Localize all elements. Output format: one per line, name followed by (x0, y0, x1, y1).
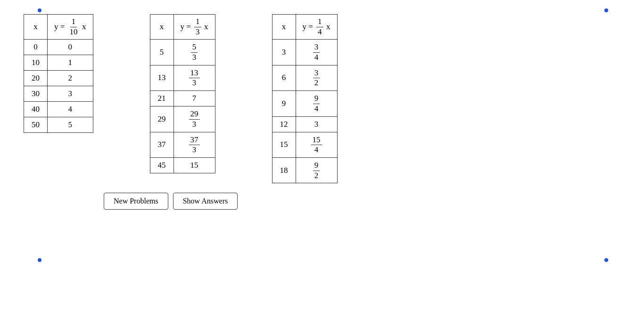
table-1-x-3: 30 (24, 86, 48, 102)
table-row: 5 5 3 (150, 40, 215, 65)
table-3-x-5: 18 (272, 157, 296, 183)
table-1-header-x: x (24, 15, 48, 40)
table-1-container: x y = 1 10 x 0 (24, 14, 93, 133)
table-2-x-4: 37 (150, 132, 173, 157)
table-1-y-0: 0 (48, 40, 93, 55)
table-row: 9 9 4 (272, 91, 337, 116)
table-1-x-2: 20 (24, 71, 48, 86)
table-2-header-formula: y = 1 3 x (173, 15, 215, 40)
table-row: 0 0 (24, 40, 93, 55)
dot-top-left (38, 8, 41, 12)
table-3-header-formula: y = 1 4 x (296, 15, 337, 40)
table-3-x-3: 12 (272, 116, 296, 132)
table-row: 15 15 4 (272, 132, 337, 157)
table-2-header-x: x (150, 15, 173, 40)
table-row: 20 2 (24, 71, 93, 86)
table-row: 40 4 (24, 102, 93, 117)
dot-top-right (604, 8, 608, 12)
dot-bottom-right (604, 258, 608, 262)
table-2-container: x y = 1 3 x 5 (150, 14, 215, 173)
table-2-x-1: 13 (150, 65, 173, 90)
table-1-y-5: 5 (48, 117, 93, 133)
table-2-y-5: 15 (173, 157, 215, 173)
table-1-x-0: 0 (24, 40, 48, 55)
table-2: x y = 1 3 x 5 (150, 14, 215, 173)
table-3-y-2: 9 4 (296, 91, 337, 116)
table-3-x-4: 15 (272, 132, 296, 157)
table-3-x-2: 9 (272, 91, 296, 116)
tables-container: x y = 1 10 x 0 (24, 0, 644, 183)
table-3-y-0: 3 4 (296, 40, 337, 65)
table-row: 45 15 (150, 157, 215, 173)
table-3-y-1: 3 2 (296, 65, 337, 90)
table-1-y-2: 2 (48, 71, 93, 86)
table-1-x-4: 40 (24, 102, 48, 117)
table-row: 13 13 3 (150, 65, 215, 90)
table-2-y-3: 29 3 (173, 106, 215, 132)
table-2-x-0: 5 (150, 40, 173, 65)
table-3-header-x: x (272, 15, 296, 40)
show-answers-button[interactable]: Show Answers (173, 193, 238, 210)
table-3-y-4: 15 4 (296, 132, 337, 157)
table-row: 18 9 2 (272, 157, 337, 183)
table-row: 50 5 (24, 117, 93, 133)
dot-bottom-left (38, 258, 41, 262)
table-3: x y = 1 4 x 3 (272, 14, 338, 183)
table-row: 29 29 3 (150, 106, 215, 132)
table-1: x y = 1 10 x 0 (24, 14, 93, 133)
table-3-x-0: 3 (272, 40, 296, 65)
table-3-y-5: 9 2 (296, 157, 337, 183)
table-1-x-5: 50 (24, 117, 48, 133)
table-2-x-2: 21 (150, 91, 173, 106)
table-1-y-3: 3 (48, 86, 93, 102)
table-row: 30 3 (24, 86, 93, 102)
table-2-x-3: 29 (150, 106, 173, 132)
table-row: 3 3 4 (272, 40, 337, 65)
table-row: 10 1 (24, 55, 93, 71)
table-1-x-1: 10 (24, 55, 48, 71)
table-2-y-4: 37 3 (173, 132, 215, 157)
table-row: 6 3 2 (272, 65, 337, 90)
table-3-y-3: 3 (296, 116, 337, 132)
table-1-header-formula: y = 1 10 x (48, 15, 93, 40)
table-2-y-2: 7 (173, 91, 215, 106)
table-1-y-1: 1 (48, 55, 93, 71)
table-3-x-1: 6 (272, 65, 296, 90)
table-3-container: x y = 1 4 x 3 (272, 14, 338, 183)
table-2-y-0: 5 3 (173, 40, 215, 65)
table-row: 37 37 3 (150, 132, 215, 157)
table-row: 12 3 (272, 116, 337, 132)
table-row: 21 7 (150, 91, 215, 106)
table-2-x-5: 45 (150, 157, 173, 173)
table-2-y-1: 13 3 (173, 65, 215, 90)
buttons-row: New Problems Show Answers (104, 193, 644, 210)
table-1-y-4: 4 (48, 102, 93, 117)
new-problems-button[interactable]: New Problems (104, 193, 168, 210)
